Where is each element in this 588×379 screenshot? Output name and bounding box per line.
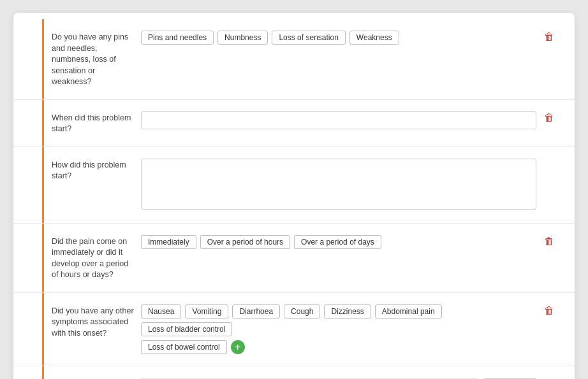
tag-cough[interactable]: Cough xyxy=(284,304,320,318)
content-problem-how xyxy=(135,159,536,211)
action-problem-how xyxy=(536,159,562,160)
tag-list-other-symptoms-2: Loss of bowel control + xyxy=(141,340,536,354)
tag-weakness[interactable]: Weakness xyxy=(349,31,399,45)
action-other-symptoms: 🗑 xyxy=(536,304,562,316)
label-pain-onset: Did the pain come on immediately or did … xyxy=(13,235,135,281)
label-other-symptoms: Did you have any other symptoms associat… xyxy=(13,304,135,340)
label-pins-needles: Do you have any pins and needles, numbne… xyxy=(13,31,135,88)
content-pain-onset: Immediately Over a period of hours Over … xyxy=(135,235,536,249)
tag-diarrhoea[interactable]: Diarrhoea xyxy=(232,304,280,318)
tag-hours[interactable]: Over a period of hours xyxy=(200,235,290,249)
problem-how-textarea[interactable] xyxy=(141,159,536,210)
row-pins-needles: Do you have any pins and needles, numbne… xyxy=(13,19,575,100)
tag-nausea[interactable]: Nausea xyxy=(141,304,181,318)
delete-icon-pins-needles[interactable]: 🗑 xyxy=(544,32,554,42)
content-pins-needles: Pins and needles Numbness Loss of sensat… xyxy=(135,31,536,45)
tag-numbness[interactable]: Numbness xyxy=(217,31,268,45)
tag-list-pins-needles: Pins and needles Numbness Loss of sensat… xyxy=(141,31,536,45)
tag-loss-bowel[interactable]: Loss of bowel control xyxy=(141,340,227,354)
tag-pins-and-needles[interactable]: Pins and needles xyxy=(141,31,214,45)
label-problem-start: When did this problem start? xyxy=(13,111,135,135)
delete-icon-other-symptoms[interactable]: 🗑 xyxy=(544,306,554,316)
tag-days[interactable]: Over a period of days xyxy=(294,235,381,249)
action-problem-start: 🗑 xyxy=(536,111,562,123)
form-card: Do you have any pins and needles, numbne… xyxy=(13,13,575,379)
action-relief xyxy=(536,378,562,379)
tag-dizziness[interactable]: Dizziness xyxy=(324,304,371,318)
label-problem-how: How did this problem start? xyxy=(13,159,135,182)
row-pain-onset: Did the pain come on immediately or did … xyxy=(13,224,575,293)
tag-list-other-symptoms: Nausea Vomiting Diarrhoea Cough Dizzines… xyxy=(141,304,536,336)
delete-icon-problem-start[interactable]: 🗑 xyxy=(544,113,554,123)
tag-loss-bladder[interactable]: Loss of bladder control xyxy=(141,322,232,336)
row-problem-how: How did this problem start? xyxy=(13,147,575,224)
row-relief: What did you take / do to relieve the pa… xyxy=(13,366,575,380)
content-problem-start xyxy=(135,111,536,129)
problem-start-input[interactable] xyxy=(141,111,536,129)
row-problem-start: When did this problem start? 🗑 xyxy=(13,100,575,147)
content-other-symptoms: Nausea Vomiting Diarrhoea Cough Dizzines… xyxy=(135,304,536,354)
tag-vomiting[interactable]: Vomiting xyxy=(185,304,228,318)
tag-list-pain-onset: Immediately Over a period of hours Over … xyxy=(141,235,536,249)
action-pain-onset: 🗑 xyxy=(536,235,562,247)
add-symptom-button[interactable]: + xyxy=(231,340,245,354)
action-pins-needles: 🗑 xyxy=(536,31,562,42)
delete-icon-pain-onset[interactable]: 🗑 xyxy=(544,236,554,247)
tag-immediately[interactable]: Immediately xyxy=(141,235,196,249)
row-other-symptoms: Did you have any other symptoms associat… xyxy=(13,293,575,366)
tag-abdominal-pain[interactable]: Abdominal pain xyxy=(375,304,442,318)
tag-loss-of-sensation[interactable]: Loss of sensation xyxy=(272,31,345,45)
